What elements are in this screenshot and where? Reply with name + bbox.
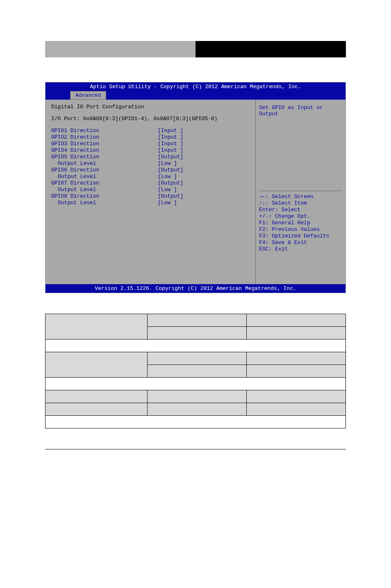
setting-value[interactable]: [Output] bbox=[158, 180, 183, 187]
table-row bbox=[45, 390, 346, 403]
setting-value[interactable]: [Input ] bbox=[158, 134, 183, 141]
bios-tab-bar: Advanced bbox=[45, 91, 346, 100]
table-cell bbox=[148, 365, 247, 378]
bios-footer: Version 2.15.1226. Copyright (C) 2012 Am… bbox=[45, 284, 346, 293]
setting-label: GPIO5 Direction bbox=[51, 154, 158, 160]
key-hint: F4: Save & Exit bbox=[259, 239, 342, 246]
tab-advanced[interactable]: Advanced bbox=[70, 91, 106, 100]
table-row bbox=[45, 314, 346, 327]
table-cell bbox=[45, 390, 148, 403]
setting-value[interactable]: [Output] bbox=[158, 154, 183, 160]
table-cell bbox=[247, 327, 346, 340]
setting-label: Output Level bbox=[51, 187, 158, 193]
bios-title-bar: Aptio Setup Utility - Copyright (C) 2012… bbox=[45, 82, 346, 91]
key-hint: F3: Optimized Defaults bbox=[259, 233, 342, 239]
table-cell bbox=[247, 352, 346, 365]
table-cell bbox=[45, 340, 346, 352]
bios-setting-row[interactable]: Output Level[Low ] bbox=[51, 187, 250, 193]
key-hint: +/-: Change Opt. bbox=[259, 213, 342, 220]
table-cell bbox=[45, 378, 346, 390]
bios-setting-row[interactable]: GPIO3 Direction[Input ] bbox=[51, 141, 250, 147]
key-hint: →←: Select Screen bbox=[259, 194, 342, 200]
table-cell bbox=[45, 352, 148, 378]
setting-value[interactable]: [Low ] bbox=[158, 187, 177, 193]
bios-main-panel: Digital IO Port Configuration I/O Port: … bbox=[45, 100, 255, 284]
io-port-info: I/O Port: 0x0A06[0:3](GPIO1-4), 0x0A07[0… bbox=[51, 116, 250, 122]
setting-value[interactable]: [Input ] bbox=[158, 147, 183, 154]
options-table bbox=[45, 314, 346, 428]
bios-setting-row[interactable]: GPIO7 Direction[Output] bbox=[51, 180, 250, 187]
side-divider bbox=[259, 191, 342, 191]
table-cell bbox=[148, 390, 247, 403]
header-right bbox=[196, 41, 346, 57]
table-cell bbox=[148, 352, 247, 365]
setting-label: GPIO8 Direction bbox=[51, 193, 158, 200]
table-cell bbox=[247, 403, 346, 416]
table-cell bbox=[148, 314, 247, 327]
table-cell bbox=[45, 403, 148, 416]
bios-setting-row[interactable]: GPIO6 Direction[Output] bbox=[51, 167, 250, 173]
setting-value[interactable]: [Low ] bbox=[158, 160, 177, 167]
setting-label: GPIO6 Direction bbox=[51, 167, 158, 173]
bios-setting-row[interactable]: GPIO1 Direction[Input ] bbox=[51, 128, 250, 134]
bios-setting-row[interactable]: Output Level[Low ] bbox=[51, 160, 250, 167]
bios-setting-row[interactable]: Output Level[Low ] bbox=[51, 173, 250, 180]
bios-window: Aptio Setup Utility - Copyright (C) 2012… bbox=[45, 82, 346, 293]
bios-setting-row[interactable]: GPIO4 Direction[Input ] bbox=[51, 147, 250, 154]
bios-setting-row[interactable]: GPIO2 Direction[Input ] bbox=[51, 134, 250, 141]
table-cell bbox=[148, 403, 247, 416]
bios-setting-row[interactable]: GPIO5 Direction[Output] bbox=[51, 154, 250, 160]
setting-label: GPIO4 Direction bbox=[51, 147, 158, 154]
page-footer-line bbox=[45, 449, 346, 449]
key-hint: F1: General Help bbox=[259, 220, 342, 226]
header-left bbox=[45, 41, 196, 57]
table-cell bbox=[247, 365, 346, 378]
section-title: Digital IO Port Configuration bbox=[51, 104, 250, 110]
help-text: Set GPIO as Input or Output bbox=[259, 105, 342, 117]
table-cell bbox=[148, 327, 247, 340]
setting-label: Output Level bbox=[51, 160, 158, 167]
setting-label: Output Level bbox=[51, 173, 158, 180]
table-row bbox=[45, 416, 346, 428]
header-bar bbox=[45, 41, 346, 57]
table-row bbox=[45, 378, 346, 390]
key-hint: ↑↓: Select Item bbox=[259, 200, 342, 207]
setting-value[interactable]: [Input ] bbox=[158, 128, 183, 134]
setting-value[interactable]: [Low ] bbox=[158, 200, 177, 206]
setting-value[interactable]: [Output] bbox=[158, 167, 183, 173]
table-cell bbox=[45, 416, 346, 428]
bios-side-panel: Set GPIO as Input or Output →←: Select S… bbox=[255, 100, 346, 284]
table-cell bbox=[45, 314, 148, 340]
key-hint: Enter: Select bbox=[259, 207, 342, 213]
table-row bbox=[45, 340, 346, 352]
setting-value[interactable]: [Output] bbox=[158, 193, 183, 200]
setting-label: GPIO1 Direction bbox=[51, 128, 158, 134]
table-row bbox=[45, 403, 346, 416]
table-cell bbox=[247, 314, 346, 327]
setting-value[interactable]: [Low ] bbox=[158, 173, 177, 180]
bios-setting-row[interactable]: Output Level[Low ] bbox=[51, 200, 250, 206]
key-legend: →←: Select Screen↑↓: Select ItemEnter: S… bbox=[259, 194, 342, 253]
setting-label: GPIO2 Direction bbox=[51, 134, 158, 141]
table-cell bbox=[247, 390, 346, 403]
setting-label: Output Level bbox=[51, 200, 158, 206]
key-hint: ESC: Exit bbox=[259, 246, 342, 253]
key-hint: F2: Previous Values bbox=[259, 226, 342, 233]
bios-setting-row[interactable]: GPIO8 Direction[Output] bbox=[51, 193, 250, 200]
setting-label: GPIO3 Direction bbox=[51, 141, 158, 147]
setting-label: GPIO7 Direction bbox=[51, 180, 158, 187]
setting-value[interactable]: [Input ] bbox=[158, 141, 183, 147]
table-row bbox=[45, 352, 346, 365]
